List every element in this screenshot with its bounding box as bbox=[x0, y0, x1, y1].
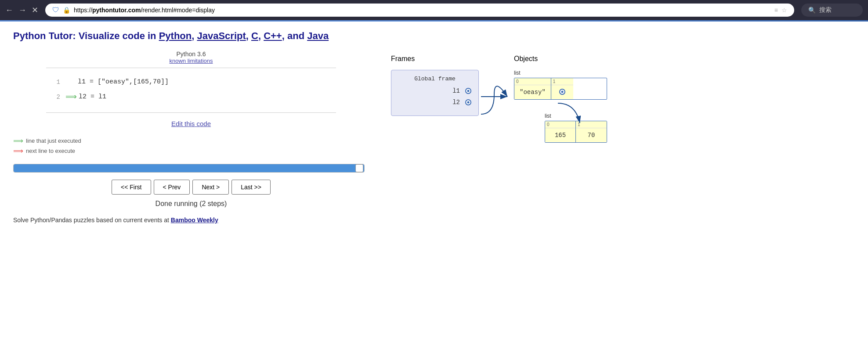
line-number-1: 1 bbox=[50, 77, 60, 87]
url-domain: pythontutor.com bbox=[92, 7, 141, 14]
list1-value-0: "oeasy" bbox=[514, 85, 551, 99]
legend-red: ⟹ next line to execute bbox=[13, 147, 369, 155]
title-link-java[interactable]: Java bbox=[307, 30, 329, 41]
objects-column: Objects list 0 "oeasy" 1 bbox=[514, 55, 607, 152]
line-arrow-2: ⟹ bbox=[65, 91, 77, 104]
list1-index-0: 0 bbox=[514, 78, 551, 85]
title-text: Python Tutor: Visualize code in bbox=[13, 30, 159, 41]
legend-green-label: line that just executed bbox=[26, 137, 81, 144]
shield-icon: 🛡 bbox=[52, 6, 59, 14]
bamboo-section: Solve Python/Pandas puzzles based on cur… bbox=[13, 217, 369, 224]
right-panel: Frames Global frame l1 l2 bbox=[382, 51, 855, 224]
code-divider-bottom bbox=[46, 112, 336, 113]
url-path: /render.html#mode=display bbox=[141, 7, 215, 14]
status-text: Done running (2 steps) bbox=[13, 200, 369, 208]
list1-container: list 0 "oeasy" 1 bbox=[514, 70, 607, 100]
pointer-l2 bbox=[465, 99, 471, 105]
objects-label: Objects bbox=[514, 55, 607, 63]
search-bar[interactable]: 🔍 搜索 bbox=[801, 4, 863, 17]
list2-value-1: 70 bbox=[576, 128, 607, 142]
list2-cell-1: 1 70 bbox=[576, 121, 607, 142]
main-layout: Python 3.6 known limitations 1 l1 = ["oe… bbox=[13, 51, 855, 224]
url-display: https://pythontutor.com/render.html#mode… bbox=[74, 7, 771, 14]
global-frame-title: Global frame bbox=[398, 76, 471, 82]
edit-code-link[interactable]: Edit this code bbox=[171, 120, 211, 127]
code-line-2: 2 ⟹ l2 = l1 bbox=[46, 89, 336, 105]
line-arrow-1 bbox=[65, 77, 76, 87]
title-link-python[interactable]: Python bbox=[159, 30, 192, 41]
progress-section bbox=[13, 164, 365, 173]
list1-cell-1: 1 bbox=[551, 78, 573, 99]
title-and: and bbox=[287, 30, 307, 41]
search-icon: 🔍 bbox=[808, 7, 816, 14]
forward-button[interactable]: → bbox=[18, 6, 26, 14]
code-line-1: 1 l1 = ["oeasy",[165,70]] bbox=[46, 75, 336, 89]
list1-ptr-dot bbox=[559, 89, 565, 95]
list1-label: list bbox=[514, 70, 607, 76]
left-panel: Python 3.6 known limitations 1 l1 = ["oe… bbox=[13, 51, 382, 224]
list1-box: 0 "oeasy" 1 bbox=[514, 78, 607, 100]
frame-row-l2: l2 bbox=[398, 99, 471, 106]
code-header: Python 3.6 known limitations bbox=[46, 51, 336, 64]
code-text-1: l1 = ["oeasy",[165,70]] bbox=[78, 77, 169, 87]
var-l1: l1 bbox=[452, 87, 460, 94]
browser-nav-buttons: ← → ✕ bbox=[5, 6, 38, 14]
list2-container: list 0 165 1 70 bbox=[514, 113, 607, 143]
list2-value-0: 165 bbox=[545, 128, 575, 142]
next-button[interactable]: Next > bbox=[192, 180, 229, 195]
list1-cell-0: 0 "oeasy" bbox=[514, 78, 551, 99]
bamboo-prefix: Solve Python/Pandas puzzles based on cur… bbox=[13, 217, 171, 224]
first-button[interactable]: << First bbox=[112, 180, 151, 195]
viz-wrapper: Frames Global frame l1 l2 bbox=[391, 51, 855, 152]
list2-label: list bbox=[545, 113, 607, 119]
page-content: Python Tutor: Visualize code in Python, … bbox=[0, 22, 868, 232]
address-bar[interactable]: 🛡 🔒 https://pythontutor.com/render.html#… bbox=[45, 4, 794, 17]
edit-link-container: Edit this code bbox=[46, 120, 336, 128]
last-button[interactable]: Last >> bbox=[231, 180, 271, 195]
navigation-buttons: << First < Prev Next > Last >> bbox=[13, 180, 369, 195]
code-text-2: l2 = l1 bbox=[79, 92, 106, 102]
list2-box: 0 165 1 70 bbox=[545, 121, 607, 143]
title-link-javascript[interactable]: JavaScript bbox=[197, 30, 246, 41]
list2-cell-0: 0 165 bbox=[545, 121, 576, 142]
back-button[interactable]: ← bbox=[5, 6, 13, 14]
legend-green: ⟹ line that just executed bbox=[13, 137, 369, 145]
progress-slider[interactable] bbox=[13, 164, 365, 173]
title-link-cpp[interactable]: C++ bbox=[264, 30, 282, 41]
list2-index-1: 1 bbox=[576, 121, 607, 128]
slider-thumb bbox=[355, 164, 363, 172]
python-version: Python 3.6 bbox=[46, 51, 336, 58]
frames-column: Frames Global frame l1 l2 bbox=[391, 55, 479, 116]
line-number-2: 2 bbox=[50, 92, 60, 102]
frame-row-l1: l1 bbox=[398, 87, 471, 94]
browser-chrome: ← → ✕ 🛡 🔒 https://pythontutor.com/render… bbox=[0, 0, 868, 20]
lock-icon: 🔒 bbox=[63, 7, 70, 14]
reader-icon: ≡ bbox=[774, 7, 778, 14]
list2-index-0: 0 bbox=[545, 121, 575, 128]
code-divider-top bbox=[46, 68, 336, 68]
prev-button[interactable]: < Prev bbox=[154, 180, 190, 195]
global-frame: Global frame l1 l2 bbox=[391, 70, 479, 116]
title-link-c[interactable]: C bbox=[251, 30, 258, 41]
search-label: 搜索 bbox=[819, 6, 832, 14]
frames-label: Frames bbox=[391, 55, 479, 63]
legend-green-arrow: ⟹ bbox=[13, 137, 23, 145]
code-display: 1 l1 = ["oeasy",[165,70]] 2 ⟹ l2 = l1 bbox=[46, 72, 336, 109]
star-icon: ☆ bbox=[781, 7, 787, 14]
list1-pointer-1 bbox=[551, 85, 573, 98]
pointer-l1 bbox=[465, 88, 471, 94]
close-button[interactable]: ✕ bbox=[32, 6, 38, 14]
legend-red-label: next line to execute bbox=[26, 148, 75, 154]
known-limitations-link[interactable]: known limitations bbox=[46, 58, 336, 64]
slider-fill bbox=[14, 164, 364, 172]
code-section: Python 3.6 known limitations 1 l1 = ["oe… bbox=[46, 51, 336, 128]
page-title: Python Tutor: Visualize code in Python, … bbox=[13, 30, 855, 42]
url-prefix: https:// bbox=[74, 7, 92, 14]
bamboo-link[interactable]: Bamboo Weekly bbox=[171, 217, 218, 224]
legend: ⟹ line that just executed ⟹ next line to… bbox=[13, 137, 369, 155]
list1-index-1: 1 bbox=[551, 78, 573, 85]
legend-red-arrow: ⟹ bbox=[13, 147, 23, 155]
var-l2: l2 bbox=[452, 99, 460, 106]
